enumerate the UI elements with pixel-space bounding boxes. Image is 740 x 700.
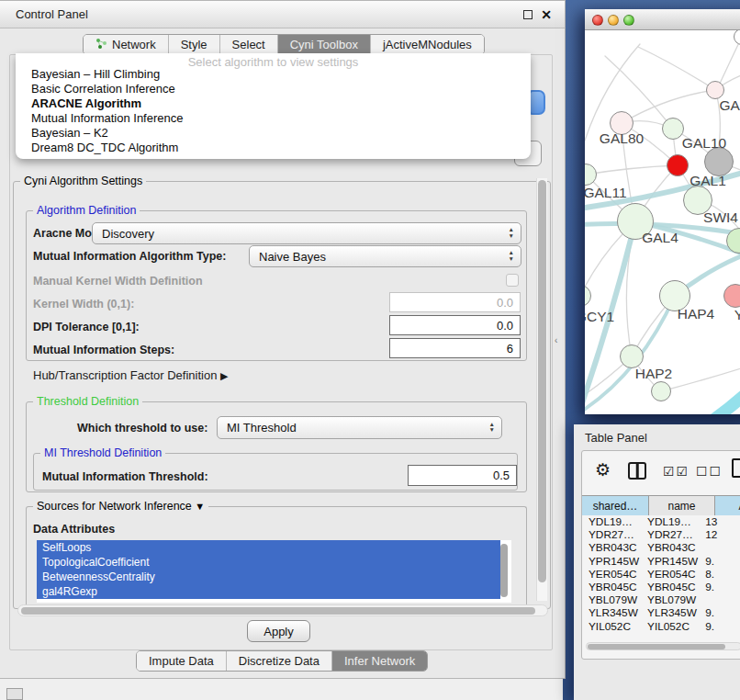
apply-button[interactable]: Apply xyxy=(247,620,310,642)
tab-label: Impute Data xyxy=(149,654,214,668)
gear-icon[interactable]: ⚙ xyxy=(595,459,611,480)
table-row[interactable]: YBR045CYBR045C9. xyxy=(582,581,740,593)
table-cell: YPR145W xyxy=(641,555,699,568)
table-cell: 8. xyxy=(699,568,740,581)
tab-style[interactable]: Style xyxy=(169,35,220,54)
table-cell: YBR043C xyxy=(641,541,699,554)
algorithm-option[interactable]: Dream8 DC_TDC Algorithm xyxy=(16,141,531,155)
table-cell: YLR345W xyxy=(582,606,641,619)
mi-steps-field[interactable]: 6 xyxy=(389,338,521,358)
table-panel-body: ⚙ ☑☑ ☐☐ shared…nameA YDL19…YDL19…13YDR27… xyxy=(581,450,740,660)
table-panel-title: Table Panel xyxy=(585,431,647,445)
select-all-checkboxes-icon[interactable]: ☑☑ xyxy=(663,464,690,479)
kernel-width-field[interactable]: 0.0 xyxy=(389,292,521,312)
sources-title: Sources for Network Inference xyxy=(37,500,192,513)
hub-definition-disclosure[interactable]: Hub/Transcription Factor Definition ▶ xyxy=(33,368,228,382)
tab-bar: NetworkStyleSelectCyni ToolboxjActiveMNo… xyxy=(83,34,485,55)
settings-vertical-scrollbar[interactable] xyxy=(536,178,547,601)
mi-algorithm-type-select[interactable]: Naive Bayes ▲▼ xyxy=(249,245,521,267)
occluded-focused-combobox-stepper xyxy=(529,90,545,115)
combo-stepper-icon: ▲▼ xyxy=(509,227,514,240)
deselect-all-checkboxes-icon[interactable]: ☐☐ xyxy=(696,464,723,479)
table-toolbar: ⚙ ☑☑ ☐☐ xyxy=(582,451,740,493)
table-row[interactable]: YDL19…YDL19…13 xyxy=(582,515,740,528)
table-cell: YDR27… xyxy=(582,528,641,541)
tab-network[interactable]: Network xyxy=(84,35,169,54)
zoom-traffic-light-icon[interactable] xyxy=(623,15,634,26)
table-panel-window: Table Panel ⚙ ☑☑ ☐☐ shared…nameA YDL19…Y… xyxy=(574,424,740,700)
table-row[interactable]: YDR27…YDR27…12 xyxy=(582,528,740,541)
hub-definition-label: Hub/Transcription Factor Definition xyxy=(33,368,217,382)
settings-horizontal-scrollbar[interactable] xyxy=(17,604,548,616)
table-cell: 9. xyxy=(699,555,740,568)
export-table-icon[interactable] xyxy=(732,458,740,478)
bottom-tab-infer-network[interactable]: Infer Network xyxy=(332,651,427,671)
network-window-titlebar xyxy=(585,9,740,30)
table-cell: 9. xyxy=(699,606,740,619)
network-node[interactable] xyxy=(706,81,724,99)
cyni-algorithm-settings-label: Cyni Algorithm Settings xyxy=(20,175,146,187)
combo-stepper-icon: ▲▼ xyxy=(509,250,514,263)
columns-icon[interactable] xyxy=(628,462,646,480)
minimize-traffic-light-icon[interactable] xyxy=(608,15,619,26)
node-label-gal11: GAL11 xyxy=(585,185,627,201)
float-window-icon[interactable] xyxy=(523,10,533,19)
column-header-a[interactable]: A xyxy=(715,496,740,516)
bottom-tab-bar: Impute DataDiscretize DataInfer Network xyxy=(136,650,428,672)
algorithm-option[interactable]: Bayesian – K2 xyxy=(16,126,531,141)
close-traffic-light-icon[interactable] xyxy=(592,15,603,26)
table-row[interactable]: YBR043CYBR043C xyxy=(582,541,740,554)
aracne-mode-select[interactable]: Discovery ▲▼ xyxy=(92,222,521,244)
bottom-tab-impute-data[interactable]: Impute Data xyxy=(137,651,227,671)
mi-algorithm-type-label: Mutual Information Algorithm Type: xyxy=(33,250,226,263)
table-row[interactable]: YIL052CYIL052C9. xyxy=(582,620,740,633)
tab-jactivemnodules[interactable]: jActiveMNodules xyxy=(371,35,484,54)
sources-label[interactable]: Sources for Network Inference ▼ xyxy=(33,500,208,513)
algorithm-option[interactable]: Basic Correlation Inference xyxy=(16,82,531,96)
column-header-shared[interactable]: shared… xyxy=(582,496,649,516)
dpi-tolerance-field[interactable]: 0.0 xyxy=(389,315,521,335)
algorithm-option-list: Bayesian – Hill ClimbingBasic Correlatio… xyxy=(16,67,531,155)
attribute-item-selected[interactable]: SelfLoops xyxy=(37,540,500,555)
table-rows: YDL19…YDL19…13YDR27…YDR27…12YBR043CYBR04… xyxy=(582,515,740,633)
control-panel-window: Control Panel ✕ NetworkStyleSelectCyni T… xyxy=(0,0,566,679)
attribute-item-selected[interactable]: gal4RGexp xyxy=(37,584,500,599)
attributes-list-scrollbar[interactable] xyxy=(500,544,508,597)
mi-threshold-definition-label: MI Threshold Definition xyxy=(40,446,165,459)
table-horizontal-scrollbar[interactable] xyxy=(586,642,740,650)
algorithm-dropdown-overlay: Select algorithm to view settings Bayesi… xyxy=(16,53,531,159)
algorithm-dropdown-placeholder: Select algorithm to view settings xyxy=(16,53,531,67)
algorithm-option[interactable]: Bayesian – Hill Climbing xyxy=(16,67,531,82)
bottom-tab-discretize-data[interactable]: Discretize Data xyxy=(227,651,332,671)
algorithm-option[interactable]: ARACNE Algorithm xyxy=(16,96,531,111)
tab-cyni-toolbox[interactable]: Cyni Toolbox xyxy=(278,35,371,54)
tab-label: Discretize Data xyxy=(239,654,320,668)
close-icon[interactable]: ✕ xyxy=(541,8,552,21)
table-row[interactable]: YBL079WYBL079W xyxy=(582,593,740,606)
control-panel-titlebar: Control Panel ✕ xyxy=(0,1,565,28)
table-row[interactable]: YPR145WYPR145W9. xyxy=(582,555,740,568)
tab-select[interactable]: Select xyxy=(220,35,278,54)
table-row[interactable]: YLR345WYLR345W9. xyxy=(582,606,740,619)
network-node[interactable] xyxy=(651,381,671,401)
network-node[interactable] xyxy=(667,154,689,176)
right-arrow-icon: ▶ xyxy=(220,370,228,381)
tab-label: Select xyxy=(232,38,265,51)
column-header-name[interactable]: name xyxy=(649,496,715,516)
network-canvas[interactable]: GALGAL80GAL10GAL1GAL11SWI4GAL4GCY1HAP4YH… xyxy=(585,30,740,414)
data-attributes-list[interactable]: SelfLoopsTopologicalCoefficientBetweenne… xyxy=(37,540,511,603)
table-cell: YBR045C xyxy=(641,581,699,593)
table-row[interactable]: YER054CYER054C8. xyxy=(582,568,740,581)
table-cell: YBR045C xyxy=(582,581,641,593)
network-node[interactable] xyxy=(662,118,684,140)
algorithm-option[interactable]: Mutual Information Inference xyxy=(16,111,531,126)
attribute-item-selected[interactable]: BetweennessCentrality xyxy=(37,570,500,584)
which-threshold-select[interactable]: MI Threshold ▲▼ xyxy=(217,416,502,439)
panel-divider-handle[interactable]: ‹ xyxy=(555,336,561,345)
mi-threshold-field[interactable]: 0.5 xyxy=(408,465,517,486)
threshold-definition-label: Threshold Definition xyxy=(33,395,142,408)
mi-steps-label: Mutual Information Steps: xyxy=(33,344,174,356)
minimized-panel-icon[interactable] xyxy=(6,688,23,700)
manual-kernel-width-checkbox[interactable] xyxy=(506,274,519,287)
attribute-item-selected[interactable]: TopologicalCoefficient xyxy=(37,555,500,570)
